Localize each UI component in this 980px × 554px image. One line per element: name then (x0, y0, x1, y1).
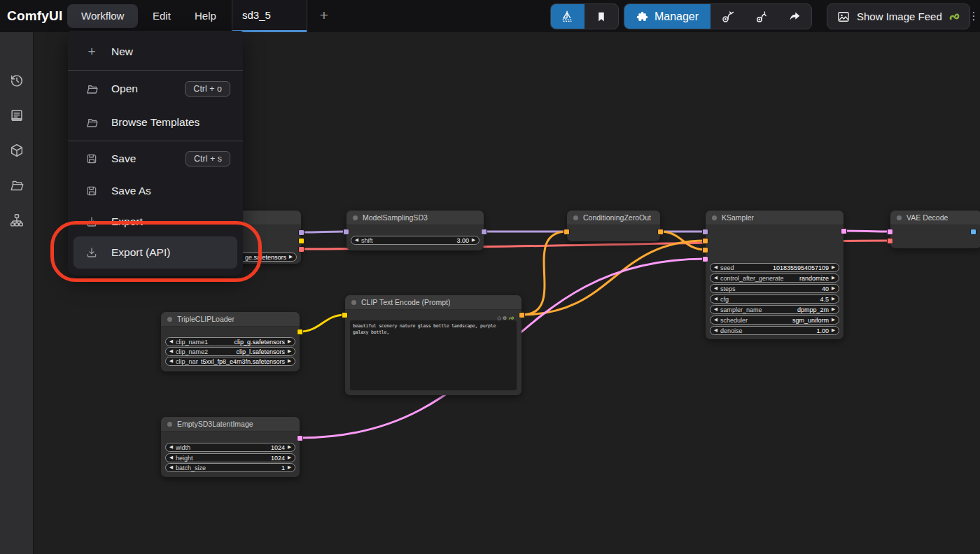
node-header[interactable]: ConditioningZeroOut (567, 211, 660, 225)
sidebar-item-node-map[interactable] (9, 213, 24, 228)
widget-cfg[interactable]: cfg 4.5 (710, 294, 839, 304)
collapse-dot-icon[interactable] (712, 215, 717, 220)
menu-item-browse-templates[interactable]: Browse Templates (68, 106, 243, 139)
sidebar-item-history[interactable] (9, 73, 24, 88)
widget-height[interactable]: height 1024 (165, 453, 295, 462)
node-tripleclliploader[interactable]: TripleCLIPLoader clip_name1 clip_g.safet… (161, 312, 300, 371)
sidebar-item-model-library[interactable] (9, 143, 24, 158)
input-slot-clip[interactable] (342, 312, 348, 318)
menu-item-save[interactable]: Save Ctrl + s (68, 143, 243, 175)
widget-clip-name3[interactable]: clip_name3 t5xxl_fp8_e4m3fn.safetensors (165, 357, 295, 366)
sidebar-item-workflows[interactable] (9, 178, 24, 193)
input-slot-positive[interactable] (702, 238, 708, 244)
node-header[interactable]: CLIP Text Encode (Prompt) (345, 295, 522, 310)
collapse-dot-icon[interactable] (167, 422, 172, 427)
circle-icon[interactable] (498, 314, 501, 322)
output-slot-model[interactable] (298, 229, 304, 236)
overflow-menu-button[interactable] (967, 0, 980, 32)
vacuum-unload-button[interactable] (710, 4, 744, 29)
node-clip-text-encode[interactable]: CLIP Text Encode (Prompt) beautiful scen… (345, 295, 522, 395)
decrement-arrow-icon[interactable] (714, 276, 718, 280)
increment-arrow-icon[interactable] (832, 307, 835, 312)
input-slot-samples[interactable] (887, 229, 893, 235)
menu-item-new[interactable]: New (68, 35, 243, 69)
widget-batch-size[interactable]: batch_size 1 (165, 463, 295, 472)
gear-icon[interactable] (503, 314, 506, 322)
node-header[interactable]: ModelSamplingSD3 (346, 211, 484, 225)
node-ksampler[interactable]: KSampler seed 1018355954057109 control_a… (706, 211, 844, 339)
output-slot-latent[interactable] (841, 228, 847, 234)
decrement-arrow-icon[interactable] (714, 328, 718, 333)
collapse-dot-icon[interactable] (351, 300, 356, 305)
vacuum-clear-button[interactable] (744, 4, 778, 29)
decrement-arrow-icon[interactable] (714, 297, 718, 301)
bookmark-button[interactable] (584, 4, 618, 29)
show-image-feed-button[interactable]: Show Image Feed (827, 4, 969, 29)
decrement-arrow-icon[interactable] (169, 349, 173, 354)
sidebar-item-node-library[interactable] (9, 108, 24, 123)
menu-edit[interactable]: Edit (139, 4, 185, 28)
increment-arrow-icon[interactable] (832, 297, 835, 301)
menu-item-save-as[interactable]: Save As (68, 175, 243, 207)
decrement-arrow-icon[interactable] (169, 465, 173, 470)
decrement-arrow-icon[interactable] (169, 339, 173, 344)
menu-item-open[interactable]: Open Ctrl + o (68, 72, 243, 106)
input-slot-negative[interactable] (702, 247, 708, 253)
increment-arrow-icon[interactable] (832, 286, 835, 291)
decrement-arrow-icon[interactable] (714, 307, 718, 312)
widget-shift[interactable]: shift 3.00 (351, 236, 479, 245)
increment-arrow-icon[interactable] (289, 255, 293, 260)
collapse-dot-icon[interactable] (167, 317, 172, 322)
wire-latent-ksampler-to-vaedecode[interactable] (844, 231, 890, 232)
input-slot-latent-image[interactable] (702, 256, 708, 262)
widget-steps[interactable]: steps 40 (710, 284, 839, 293)
widget-clip-name1[interactable]: clip_name1 clip_g.safetensors (165, 337, 295, 346)
input-slot-conditioning[interactable] (564, 229, 570, 235)
widget-clip-name2[interactable]: clip_name2 clip_l.safetensors (165, 347, 295, 356)
increment-arrow-icon[interactable] (288, 349, 291, 354)
output-slot-latent[interactable] (297, 435, 303, 441)
menu-help[interactable]: Help (181, 4, 230, 28)
input-slot-model[interactable] (343, 229, 349, 235)
node-vae-decode[interactable]: VAE Decode (890, 211, 980, 248)
wire-cond-clipencode-to-ksampler[interactable] (522, 241, 706, 315)
input-slot-vae[interactable] (887, 238, 893, 244)
widget-scheduler[interactable]: scheduler sgm_uniform (710, 315, 839, 325)
decrement-arrow-icon[interactable] (714, 318, 718, 322)
widget-control-after-generate[interactable]: control_after_generate randomize (710, 274, 839, 283)
decrement-arrow-icon[interactable] (169, 455, 173, 460)
widget-seed[interactable]: seed 1018355954057109 (710, 263, 839, 272)
increment-arrow-icon[interactable] (288, 339, 291, 344)
node-header[interactable]: VAE Decode (890, 211, 980, 225)
share-button[interactable] (778, 4, 811, 29)
widget-width[interactable]: width 1024 (165, 443, 295, 452)
decrement-arrow-icon[interactable] (355, 238, 358, 243)
output-slot-image[interactable] (970, 229, 976, 235)
output-slot-clip[interactable] (298, 238, 304, 244)
node-header[interactable]: TripleCLIPLoader (161, 312, 300, 327)
workflow-tab-sd3-5[interactable]: sd3_5 (232, 0, 307, 32)
decrement-arrow-icon[interactable] (169, 359, 173, 364)
wire-clip-tripleclip-to-clipencode[interactable] (300, 315, 345, 332)
widget-denoise[interactable]: denoise 1.00 (710, 326, 839, 335)
increment-arrow-icon[interactable] (288, 445, 291, 450)
node-modelsamplingsd3[interactable]: ModelSamplingSD3 shift 3.00 (346, 211, 484, 250)
collapse-dot-icon[interactable] (897, 215, 902, 220)
increment-arrow-icon[interactable] (288, 465, 291, 470)
menu-workflow[interactable]: Workflow (67, 4, 138, 28)
increment-arrow-icon[interactable] (832, 318, 835, 322)
output-slot-conditioning[interactable] (519, 312, 525, 318)
widget-sampler-name[interactable]: sampler_name dpmpp_2m (710, 305, 839, 314)
increment-arrow-icon[interactable] (472, 238, 475, 243)
output-slot-vae[interactable] (298, 246, 304, 253)
input-slot-model[interactable] (702, 229, 708, 235)
increment-arrow-icon[interactable] (288, 359, 291, 364)
manager-button[interactable]: Manager (624, 4, 710, 29)
increment-arrow-icon[interactable] (832, 276, 835, 280)
decrement-arrow-icon[interactable] (169, 445, 173, 450)
node-conditioningzeroout[interactable]: ConditioningZeroOut (567, 211, 660, 241)
regatta-gallery-button[interactable] (551, 4, 584, 29)
node-header[interactable]: EmptySD3LatentImage (161, 417, 300, 432)
increment-arrow-icon[interactable] (288, 455, 291, 460)
wire-model-checkpoint-to-modelsampling[interactable] (301, 232, 346, 232)
